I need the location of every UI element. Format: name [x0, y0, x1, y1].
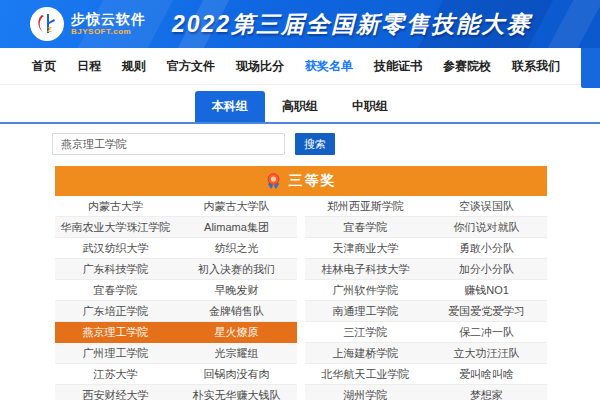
team-cell: 勇敢小分队 [426, 241, 547, 256]
school-cell: 北华航天工业学院 [305, 367, 426, 382]
school-cell: 广州软件学院 [305, 283, 426, 298]
school-cell: 郑州西亚斯学院 [305, 199, 426, 214]
team-cell: 星火燎原 [176, 325, 297, 340]
team-cell: 纺织之光 [176, 241, 297, 256]
team-cell: 回锅肉没有肉 [176, 367, 297, 382]
tab-中职组[interactable]: 中职组 [335, 91, 405, 122]
table-row: 广东科技学院初入决赛的我们 [55, 259, 297, 280]
logo-domain: BJYSOFT.com [71, 27, 146, 36]
team-cell: 空谈误国队 [426, 199, 547, 214]
nav-item-首页[interactable]: 首页 [32, 58, 56, 75]
nav-item-规则[interactable]: 规则 [122, 58, 146, 75]
search-input[interactable] [52, 133, 285, 155]
team-cell: 你们说对就队 [426, 220, 547, 235]
table-row: 湖州学院梦想家 [305, 385, 547, 400]
school-cell: 燕京理工学院 [55, 325, 176, 340]
search-button[interactable]: 搜索 [295, 133, 335, 155]
nav-item-官方文件[interactable]: 官方文件 [167, 58, 215, 75]
table-row: 华南农业大学珠江学院Alimama集团 [55, 217, 297, 238]
school-cell: 广东科技学院 [55, 262, 176, 277]
results-area: 内蒙古大学内蒙古大学队华南农业大学珠江学院Alimama集团武汉纺织大学纺织之光… [55, 196, 547, 400]
logo-name: 步惊云软件 [71, 12, 146, 27]
school-cell: 武汉纺织大学 [55, 241, 176, 256]
table-row: 宜春学院早晚发财 [55, 280, 297, 301]
site-logo[interactable]: Z 步惊云软件 BJYSOFT.com [30, 7, 146, 41]
nav-item-参赛院校[interactable]: 参赛院校 [443, 58, 491, 75]
award-banner-label: 三等奖 [289, 172, 337, 190]
nav-item-日程[interactable]: 日程 [77, 58, 101, 75]
team-cell: 光宗耀组 [176, 346, 297, 361]
table-row: 武汉纺织大学纺织之光 [55, 238, 297, 259]
school-cell: 南通理工学院 [305, 304, 426, 319]
table-row: 江苏大学回锅肉没有肉 [55, 364, 297, 385]
table-row: 西安财经大学朴实无华赚大钱队 [55, 385, 297, 400]
team-cell: 赚钱NO1 [426, 283, 547, 298]
school-cell: 西安财经大学 [55, 388, 176, 400]
school-cell: 天津商业大学 [305, 241, 426, 256]
login-button[interactable]: 登录 [581, 44, 600, 88]
table-row: 天津商业大学勇敢小分队 [305, 238, 547, 259]
team-cell: 保二冲一队 [426, 325, 547, 340]
nav-item-联系我们[interactable]: 联系我们 [512, 58, 560, 75]
team-cell: 爱叫啥叫啥 [426, 367, 547, 382]
school-cell: 宜春学院 [55, 283, 176, 298]
team-cell: 爱国爱党爱学习 [426, 304, 547, 319]
team-cell: 朴实无华赚大钱队 [176, 388, 297, 400]
table-row: 广州软件学院赚钱NO1 [305, 280, 547, 301]
table-row: 上海建桥学院立大功汪汪队 [305, 343, 547, 364]
nav-item-现场比分[interactable]: 现场比分 [236, 58, 284, 75]
main-nav: 首页日程规则官方文件现场比分获奖名单技能证书参赛院校联系我们 登录 [0, 48, 600, 85]
team-cell: 金牌销售队 [176, 304, 297, 319]
school-cell: 宜春学院 [305, 220, 426, 235]
table-row: 内蒙古大学内蒙古大学队 [55, 196, 297, 217]
nav-items: 首页日程规则官方文件现场比分获奖名单技能证书参赛院校联系我们 [32, 58, 581, 75]
table-row: 广州理工学院光宗耀组 [55, 343, 297, 364]
results-table-right: 郑州西亚斯学院空谈误国队宜春学院你们说对就队天津商业大学勇敢小分队桂林电子科技大… [305, 196, 547, 400]
table-row: 北华航天工业学院爱叫啥叫啥 [305, 364, 547, 385]
school-cell: 广东培正学院 [55, 304, 176, 319]
tab-本科组[interactable]: 本科组 [195, 91, 265, 122]
school-cell: 广州理工学院 [55, 346, 176, 361]
table-row: 郑州西亚斯学院空谈误国队 [305, 196, 547, 217]
app-header: Z 步惊云软件 BJYSOFT.com 2022第三届全国新零售技能大赛 [0, 0, 600, 48]
school-cell: 上海建桥学院 [305, 346, 426, 361]
header-decor-stripe [536, 0, 600, 48]
logo-text: 步惊云软件 BJYSOFT.com [71, 12, 146, 36]
table-row: 南通理工学院爱国爱党爱学习 [305, 301, 547, 322]
medal-icon [266, 173, 281, 189]
team-cell: 加分小分队 [426, 262, 547, 277]
nav-item-技能证书[interactable]: 技能证书 [374, 58, 422, 75]
results-table-left: 内蒙古大学内蒙古大学队华南农业大学珠江学院Alimama集团武汉纺织大学纺织之光… [55, 196, 297, 400]
school-cell: 华南农业大学珠江学院 [55, 220, 176, 235]
logo-icon: Z [30, 7, 64, 41]
tab-高职组[interactable]: 高职组 [265, 91, 335, 122]
team-cell: 早晚发财 [176, 283, 297, 298]
nav-item-获奖名单[interactable]: 获奖名单 [305, 58, 353, 75]
search-row: 搜索 [52, 133, 600, 155]
school-cell: 内蒙古大学 [55, 199, 176, 214]
school-cell: 三江学院 [305, 325, 426, 340]
school-cell: 桂林电子科技大学 [305, 262, 426, 277]
group-tabs: 本科组高职组中职组 [0, 91, 600, 124]
award-banner: 三等奖 [55, 166, 547, 196]
school-cell: 江苏大学 [55, 367, 176, 382]
team-cell: 立大功汪汪队 [426, 346, 547, 361]
table-row: 广东培正学院金牌销售队 [55, 301, 297, 322]
team-cell: 初入决赛的我们 [176, 262, 297, 277]
team-cell: 梦想家 [426, 388, 547, 400]
school-cell: 湖州学院 [305, 388, 426, 400]
team-cell: Alimama集团 [176, 220, 297, 235]
page-title: 2022第三届全国新零售技能大赛 [172, 9, 531, 40]
svg-text:Z: Z [47, 25, 52, 34]
table-row: 燕京理工学院星火燎原 [55, 322, 297, 343]
table-row: 三江学院保二冲一队 [305, 322, 547, 343]
team-cell: 内蒙古大学队 [176, 199, 297, 214]
table-row: 桂林电子科技大学加分小分队 [305, 259, 547, 280]
table-row: 宜春学院你们说对就队 [305, 217, 547, 238]
